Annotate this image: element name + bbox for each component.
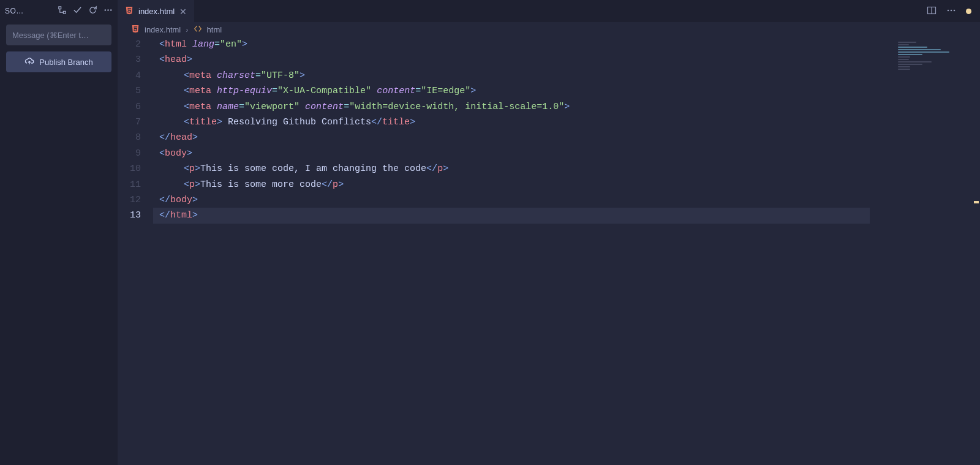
minimap-row [898,56,910,58]
cloud-upload-icon [24,56,34,68]
minimap-row [898,51,949,53]
line-number: 2 [118,37,141,52]
line-number: 13 [118,208,141,223]
minimap-row [898,59,909,60]
svg-rect-0 [59,7,61,9]
html-file-icon [131,25,140,35]
more-actions-icon[interactable] [946,6,956,17]
code-line: <title> Resolving Github Conflicts</titl… [153,115,980,130]
line-number: 4 [118,68,141,83]
code-line: <meta http-equiv="X-UA-Compatible" conte… [153,83,980,99]
code-line: <meta charset="UTF-8"> [153,68,980,83]
minimap-row [898,64,922,65]
line-number: 11 [118,177,141,192]
minimap-row [898,44,909,45]
svg-point-4 [110,9,111,10]
editor-group: index.html ✕ index.html › html 234567891… [118,0,980,465]
view-as-tree-icon[interactable] [58,6,67,17]
code-line: <p>This is some code, I am changing the … [153,161,980,176]
sidebar-header: SO… [0,4,118,22]
modified-dot-icon [966,9,971,14]
breadcrumb-file: index.html [145,25,181,34]
close-icon[interactable]: ✕ [179,7,187,17]
minimap-row [898,66,910,67]
code-line: <head> [153,52,980,67]
minimap-row [898,42,916,43]
more-icon[interactable] [104,6,113,17]
line-number: 6 [118,99,141,115]
line-number: 7 [118,115,141,130]
code-line: </html> [153,208,870,223]
minimap[interactable] [894,37,980,110]
line-number: 3 [118,52,141,67]
line-number-gutter: 2345678910111213 [118,37,153,465]
breadcrumb-symbol: html [207,25,222,34]
publish-branch-button[interactable]: Publish Branch [6,51,111,72]
svg-rect-1 [63,11,66,13]
minimap-row [898,47,927,48]
symbol-icon [194,25,202,35]
line-number: 9 [118,146,141,161]
commit-check-icon[interactable] [73,6,82,17]
line-number: 12 [118,192,141,208]
code-line: <html lang="en"> [153,37,980,52]
code-content[interactable]: <html lang="en"><head><meta charset="UTF… [153,37,980,465]
tab-label: index.html [138,7,175,16]
code-line: <p>This is some more code</p> [153,177,980,192]
source-control-panel: SO… Publish Branch [0,0,118,465]
code-line: </body> [153,192,980,208]
svg-point-2 [105,9,106,10]
breadcrumb[interactable]: index.html › html [118,22,980,37]
code-line: <body> [153,146,980,161]
split-editor-icon[interactable] [927,6,937,17]
commit-message-input[interactable] [6,25,111,45]
code-line: </head> [153,130,980,145]
minimap-row [898,54,922,55]
line-number: 8 [118,130,141,145]
html-file-icon [125,6,134,17]
minimap-row [898,61,932,62]
line-number: 5 [118,83,141,99]
minimap-row [898,49,941,50]
overview-ruler-marker [974,201,979,203]
code-editor[interactable]: 2345678910111213 <html lang="en"><head><… [118,37,980,465]
code-line: <meta name="viewport" content="width=dev… [153,99,980,115]
refresh-icon[interactable] [88,6,97,17]
sidebar-title: SO… [5,7,53,15]
line-number: 10 [118,161,141,176]
publish-branch-label: Publish Branch [39,58,92,67]
svg-point-7 [948,9,949,11]
tab-index-html[interactable]: index.html ✕ [118,0,194,22]
svg-point-3 [107,9,108,10]
tab-bar: index.html ✕ [118,0,980,22]
svg-point-8 [951,9,952,11]
chevron-right-icon: › [186,25,188,34]
minimap-row [898,69,910,70]
svg-point-9 [954,9,956,11]
